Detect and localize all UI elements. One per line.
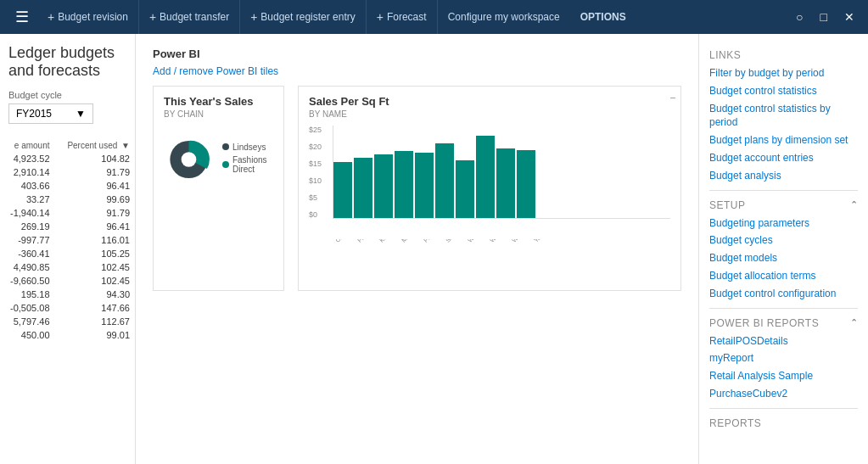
table-row: -360.41105.25 xyxy=(0,247,135,260)
right-panel-pbi-report-link[interactable]: RetailPOSDetails xyxy=(709,334,858,349)
close-icon[interactable]: ✕ xyxy=(837,7,861,27)
topbar: ☰ + Budget revision + Budget transfer + … xyxy=(0,0,868,34)
page-title: Ledger budgets and forecasts xyxy=(8,44,126,80)
bar xyxy=(395,151,413,218)
chevron-down-icon: ▼ xyxy=(76,108,86,120)
setup-section-title: Setup ⌃ xyxy=(709,199,858,211)
table-row: 2,910.1491.79 xyxy=(0,165,135,179)
budget-cycle-label: Budget cycle xyxy=(8,90,126,100)
divider xyxy=(709,308,858,309)
right-panel-link[interactable]: Filter by budget by period xyxy=(709,66,858,81)
refresh-icon[interactable]: ○ xyxy=(789,7,809,27)
right-panel-setup-link[interactable]: Budget control configuration xyxy=(709,287,858,301)
bar xyxy=(517,150,535,218)
pie-svg xyxy=(164,126,214,193)
bar xyxy=(333,162,352,218)
right-panel-link[interactable]: Budget account entries xyxy=(709,151,858,165)
pie-label-lindseys: Lindseys xyxy=(232,143,266,152)
table-row: 4,490.85102.45 xyxy=(0,260,135,274)
pie-dot-fashions xyxy=(222,161,229,168)
budget-cycle-dropdown[interactable]: FY2015 ▼ xyxy=(8,103,93,124)
center-content: Power BI Add / remove Power BI tiles Thi… xyxy=(136,34,698,464)
bar-y-labels: $25 $20 $15 $10 $5 $0 xyxy=(309,126,322,219)
right-panel-link[interactable]: Budget control statistics xyxy=(709,84,858,98)
setup-collapse-icon[interactable]: ⌃ xyxy=(850,199,859,210)
table-row: 5,797.46112.67 xyxy=(0,315,135,328)
pie-dot-lindseys xyxy=(222,143,229,150)
table-row: 33.2799.69 xyxy=(0,193,135,206)
bar xyxy=(456,160,474,218)
table-row: 4,923.52104.82 xyxy=(0,152,135,165)
links-list: Filter by budget by periodBudget control… xyxy=(709,66,858,183)
right-panel-pbi-report-link[interactable]: PurchaseCubev2 xyxy=(709,387,858,401)
main-container: Ledger budgets and forecasts Budget cycl… xyxy=(0,34,868,464)
bar xyxy=(415,153,434,218)
nav-budget-transfer[interactable]: + Budget transfer xyxy=(139,0,240,34)
divider xyxy=(709,190,858,191)
pie-chart-box: This Year's Sales BY CHAIN Linds xyxy=(153,86,284,291)
charts-row: This Year's Sales BY CHAIN Linds xyxy=(153,86,681,291)
left-panel: Ledger budgets and forecasts Budget cycl… xyxy=(0,34,136,464)
bar-chart-area: $25 $20 $15 $10 $5 $0 xyxy=(309,126,670,236)
power-bi-reports-section-title: Power BI Reports ⌃ xyxy=(709,317,858,329)
options-menu[interactable]: OPTIONS xyxy=(570,0,636,34)
pie-chart-title: This Year's Sales xyxy=(164,95,273,108)
right-panel-link[interactable]: Budget analysis xyxy=(709,169,858,183)
percent-col-header: Percent used ▼ xyxy=(55,139,135,152)
plus-icon: + xyxy=(250,10,257,24)
fullscreen-icon[interactable]: □ xyxy=(814,7,834,27)
links-section-title: Links xyxy=(709,49,858,61)
pie-area: Lindseys Fashions Direct xyxy=(164,126,273,193)
configure-workspace[interactable]: Configure my workspace xyxy=(438,0,570,34)
pie-legend-item: Lindseys xyxy=(222,143,273,152)
bars-area xyxy=(333,126,670,219)
nav-budget-register-entry[interactable]: + Budget register entry xyxy=(240,0,367,34)
filter-icon[interactable]: ▼ xyxy=(121,141,130,150)
table-row: -1,940.1491.79 xyxy=(0,206,135,220)
add-remove-pbi-link[interactable]: Add / remove Power BI tiles xyxy=(153,65,681,77)
nav-budget-revision[interactable]: + Budget revision xyxy=(37,0,139,34)
pie-legend-item: Fashions Direct xyxy=(222,155,273,174)
pbi-reports-collapse-icon[interactable]: ⌃ xyxy=(850,317,859,328)
bar-chart-title: Sales Per Sq Ft xyxy=(309,95,670,108)
svg-point-1 xyxy=(182,152,197,167)
power-bi-header: Power BI xyxy=(153,48,681,60)
table-row: -997.77116.01 xyxy=(0,233,135,247)
plus-icon: + xyxy=(48,10,54,24)
reports-section-title: Reports xyxy=(709,417,858,429)
table-row: 450.0099.01 xyxy=(0,328,135,342)
right-panel-setup-link[interactable]: Budget allocation terms xyxy=(709,269,858,283)
budget-table: e amount Percent used ▼ 4,923.52104.822,… xyxy=(0,139,135,342)
plus-icon: + xyxy=(377,10,384,24)
bar-x-labels: Cincinnati 2 Fe...Ft. Oglethorpe Lindsey… xyxy=(333,239,670,282)
table-row: -0,505.08147.66 xyxy=(0,301,135,315)
right-panel-setup-link[interactable]: Budget models xyxy=(709,251,858,266)
right-panel-link[interactable]: Budget control statistics by period xyxy=(709,102,858,131)
pbi-reports-list: RetailPOSDetailsmyReportRetail Analysis … xyxy=(709,334,858,401)
plus-icon: + xyxy=(149,10,156,24)
right-panel-setup-link[interactable]: Budget cycles xyxy=(709,233,858,248)
hamburger-menu[interactable]: ☰ xyxy=(7,8,37,26)
bar-chart-close[interactable]: – xyxy=(670,92,675,102)
right-panel-setup-link[interactable]: Budgeting parameters xyxy=(709,216,858,231)
pie-label-fashions: Fashions Direct xyxy=(232,155,273,174)
bar-chart-subtitle: BY NAME xyxy=(309,109,670,119)
bar xyxy=(496,148,515,219)
table-row: 403.6696.41 xyxy=(0,179,135,193)
right-panel-pbi-report-link[interactable]: myReport xyxy=(709,351,858,366)
bar xyxy=(354,158,372,219)
table-row: 269.1996.41 xyxy=(0,220,135,233)
bar-chart-box: Sales Per Sq Ft BY NAME – $25 $20 $15 $1… xyxy=(298,86,681,291)
bar xyxy=(374,154,393,218)
right-panel-link[interactable]: Budget plans by dimension set xyxy=(709,133,858,148)
right-panel-pbi-report-link[interactable]: Retail Analysis Sample xyxy=(709,369,858,383)
divider xyxy=(709,408,858,409)
topbar-icons: ○ □ ✕ xyxy=(789,7,861,27)
pie-chart-subtitle: BY CHAIN xyxy=(164,109,273,119)
right-panel: Links Filter by budget by periodBudget c… xyxy=(698,34,868,464)
bar xyxy=(476,136,495,218)
table-row: -9,660.50102.45 xyxy=(0,274,135,288)
pie-legend: Lindseys Fashions Direct xyxy=(222,143,273,177)
bar xyxy=(435,143,454,218)
nav-forecast[interactable]: + Forecast xyxy=(367,0,438,34)
